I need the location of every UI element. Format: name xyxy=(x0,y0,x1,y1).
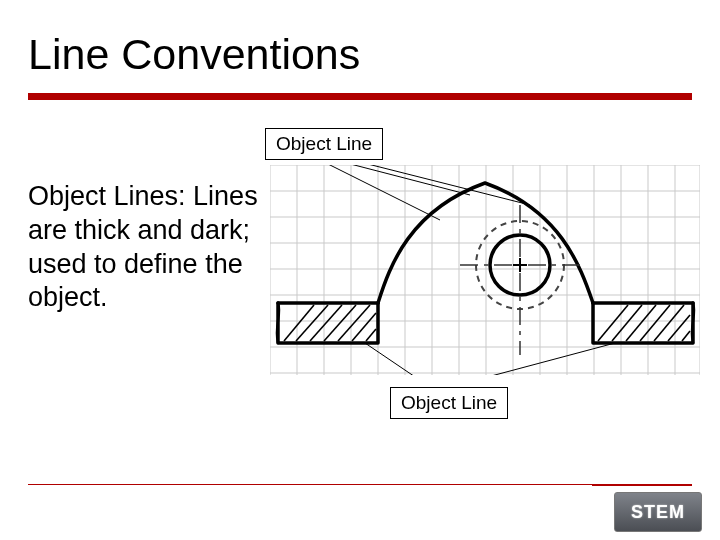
svg-line-36 xyxy=(338,305,370,341)
svg-line-49 xyxy=(365,343,430,375)
svg-line-42 xyxy=(640,305,670,341)
svg-line-35 xyxy=(324,305,356,341)
svg-line-37 xyxy=(352,313,376,341)
callout-label-bottom: Object Line xyxy=(390,387,508,419)
object-sketch xyxy=(270,165,700,375)
footer-rule xyxy=(28,484,692,485)
stem-logo: STEM xyxy=(614,492,702,532)
svg-line-34 xyxy=(310,305,342,341)
svg-line-40 xyxy=(612,305,642,341)
technical-sketch xyxy=(270,165,700,375)
callout-label-top: Object Line xyxy=(265,128,383,160)
page-title: Line Conventions xyxy=(28,30,360,79)
svg-line-41 xyxy=(626,305,656,341)
body-paragraph: Object Lines: Lines are thick and dark; … xyxy=(28,180,288,315)
svg-line-33 xyxy=(296,305,328,341)
svg-line-50 xyxy=(450,343,615,375)
svg-line-46 xyxy=(320,165,440,220)
svg-line-32 xyxy=(284,305,314,341)
logo-text: STEM xyxy=(631,502,685,523)
title-underline xyxy=(28,93,692,100)
svg-line-47 xyxy=(335,165,470,195)
svg-line-44 xyxy=(668,315,690,341)
svg-line-38 xyxy=(366,329,376,341)
svg-line-45 xyxy=(682,331,690,341)
svg-line-43 xyxy=(654,305,684,341)
svg-line-39 xyxy=(598,305,628,341)
